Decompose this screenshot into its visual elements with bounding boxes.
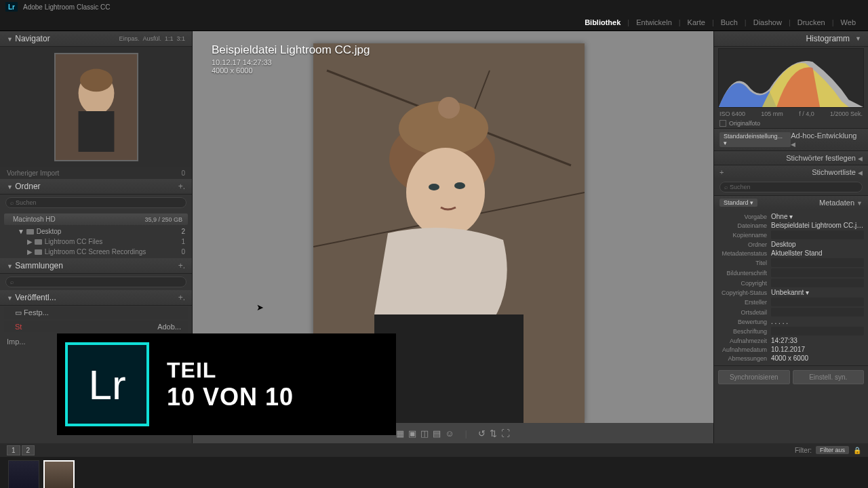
metadata-row[interactable]: Beschriftung <box>718 326 864 336</box>
secondary-bar: 1 2 Filter: Filter aus 🔒 <box>0 443 868 457</box>
metadata-header[interactable]: Standard ▾ Metadaten ▼ <box>714 195 868 209</box>
previous-import-row[interactable]: Vorheriger Import0 <box>0 167 192 179</box>
overlay-line2: 10 VON 10 <box>167 383 294 411</box>
grid-view-icon[interactable]: ▦ <box>396 428 404 439</box>
filmstrip-thumb-selected[interactable] <box>43 460 75 488</box>
histogram-header[interactable]: Histogramm▼ <box>714 31 868 47</box>
module-picker: Bibliothek| Entwickeln| Karte| Buch| Dia… <box>0 14 868 31</box>
window-titlebar: Lr Adobe Lightroom Classic CC <box>0 0 868 14</box>
app-logo-icon: Lr <box>5 2 18 12</box>
add-folder-icon[interactable]: +. <box>178 182 185 191</box>
original-photo-checkbox[interactable]: Originalfoto <box>714 119 868 128</box>
keywords-set-header[interactable]: Stichwörter festlegen ◀ <box>714 150 868 165</box>
volume-row[interactable]: Macintosh HD 35,9 / 250 GB <box>4 214 188 225</box>
folder-search-input[interactable]: ⌕ Suchen <box>5 197 186 208</box>
publish-header[interactable]: ▼ Veröffentl... +. <box>0 290 192 306</box>
survey-view-icon[interactable]: ▤ <box>433 428 441 439</box>
collection-search-input[interactable]: ⌕ <box>5 277 186 287</box>
metadata-row[interactable]: Ersteller <box>718 297 864 307</box>
secondary-display-pages: 1 2 <box>7 445 35 455</box>
page-2[interactable]: 2 <box>22 445 35 455</box>
navigator-image-icon <box>54 53 138 161</box>
metadata-row[interactable]: Aufnahmezeit14:27:33 <box>718 336 864 345</box>
metadata-grid: VorgabeOhne ▾DateinameBeispieldatei Ligh… <box>714 209 868 365</box>
module-karte[interactable]: Karte <box>688 18 705 26</box>
metadata-view-dropdown[interactable]: Standard ▾ <box>719 199 757 207</box>
video-overlay-badge: Lr TEIL 10 VON 10 <box>57 333 396 435</box>
app-title: Adobe Lightroom Classic CC <box>23 3 110 11</box>
metadata-row[interactable]: Abmessungen4000 x 6000 <box>718 354 864 363</box>
painter-icon[interactable]: ↺ <box>478 428 486 439</box>
overlay-line1: TEIL <box>167 358 294 383</box>
import-button[interactable]: Imp... <box>7 338 26 346</box>
metadata-row[interactable]: OrdnerDesktop <box>718 240 864 249</box>
svg-point-2 <box>80 69 113 92</box>
metadata-row[interactable]: VorgabeOhne ▾ <box>718 212 864 221</box>
module-buch[interactable]: Buch <box>721 18 738 26</box>
metadata-row[interactable]: Copyright <box>718 278 864 288</box>
folders-header[interactable]: ▼ Ordner +. <box>0 179 192 195</box>
filter-dropdown[interactable]: Filter aus <box>816 446 849 454</box>
folder-icon <box>26 229 34 235</box>
metadata-row[interactable]: Bildunterschrift <box>718 268 864 278</box>
folder-lr-rec[interactable]: ▶ Lightroom CC Screen Recordings 0 <box>0 247 192 257</box>
info-overlay: Beispieldatei Lightroom CC.jpg 10.12.17 … <box>212 43 370 75</box>
search-icon: ⌕ <box>10 279 14 285</box>
collections-header[interactable]: ▼ Sammlungen +. <box>0 258 192 274</box>
folder-icon <box>35 249 42 255</box>
page-1[interactable]: 1 <box>7 445 20 455</box>
keyword-search-input[interactable]: ⌕Suchen <box>719 182 863 192</box>
histogram-icon <box>719 49 863 107</box>
sync-button[interactable]: Synchronisieren <box>718 370 790 384</box>
service-hdd[interactable]: ▭ Festp... <box>4 307 188 319</box>
folder-lr-files[interactable]: ▶ Lightroom CC Files 1 <box>0 237 192 247</box>
folder-icon <box>35 239 42 245</box>
metadata-row[interactable]: Copyright-StatusUnbekannt ▾ <box>718 288 864 297</box>
metadata-row[interactable]: Aufnahmedatum10.12.2017 <box>718 345 864 354</box>
metadata-row[interactable]: Ortsdetail <box>718 307 864 317</box>
filter-lock-icon[interactable]: 🔒 <box>853 447 861 454</box>
module-bibliothek[interactable]: Bibliothek <box>585 18 620 26</box>
module-diashow[interactable]: Diashow <box>753 18 782 26</box>
adhoc-header[interactable]: Standardeinstellung... ▾ Ad-hoc-Entwickl… <box>714 128 868 150</box>
add-collection-icon[interactable]: +. <box>178 261 185 270</box>
filter-label: Filter: <box>795 447 812 454</box>
keywords-list-header[interactable]: + Stichwortliste ◀ <box>714 165 868 179</box>
navigator-zoom-options: Einpas. Ausfül. 1:1 3:1 <box>119 35 185 42</box>
right-panel: Histogramm▼ ISO 6400105 mmf / 4,01/2000 … <box>713 31 868 443</box>
module-drucken[interactable]: Drucken <box>797 18 825 26</box>
lightroom-logo-icon: Lr <box>65 342 149 426</box>
histogram-graph[interactable] <box>718 48 864 108</box>
search-icon: ⌕ <box>10 199 14 206</box>
folder-desktop[interactable]: ▼ Desktop 2 <box>0 226 192 237</box>
metadata-row[interactable]: Kopienname <box>718 230 864 240</box>
navigator-header[interactable]: ▼ Navigator Einpas. Ausfül. 1:1 3:1 <box>0 31 192 47</box>
add-keyword-icon[interactable]: + <box>719 168 724 176</box>
module-entwickeln[interactable]: Entwickeln <box>636 18 672 26</box>
sort-icon[interactable]: ⇅ <box>490 428 497 439</box>
metadata-row[interactable]: DateinameBeispieldatei Lightroom CC.jpg <box>718 221 864 230</box>
filmstrip-thumb[interactable] <box>8 460 39 488</box>
module-web[interactable]: Web <box>841 18 856 26</box>
compare-view-icon[interactable]: ◫ <box>420 428 429 439</box>
crop-icon[interactable]: ⛶ <box>501 428 510 439</box>
people-view-icon[interactable]: ☺ <box>445 428 454 439</box>
metadata-row[interactable]: Titel <box>718 258 864 268</box>
cursor-icon: ➤ <box>256 302 264 312</box>
exif-summary: ISO 6400105 mmf / 4,01/2000 Sek. <box>714 109 868 119</box>
filmstrip[interactable] <box>0 457 868 488</box>
search-icon: ⌕ <box>724 184 728 190</box>
navigator-thumbnail[interactable] <box>0 47 192 167</box>
metadata-row[interactable]: Bewertung. . . . . <box>718 317 864 326</box>
service-adobe[interactable]: St Adob... <box>4 321 188 332</box>
loupe-view-icon[interactable]: ▣ <box>408 428 416 439</box>
sync-settings-button[interactable]: Einstell. syn. <box>793 370 865 384</box>
metadata-row[interactable]: MetadatenstatusAktuellster Stand <box>718 249 864 258</box>
svg-rect-3 <box>78 111 114 152</box>
preset-dropdown[interactable]: Standardeinstellung... ▾ <box>719 132 791 147</box>
sync-buttons: Synchronisieren Einstell. syn. <box>714 365 868 388</box>
